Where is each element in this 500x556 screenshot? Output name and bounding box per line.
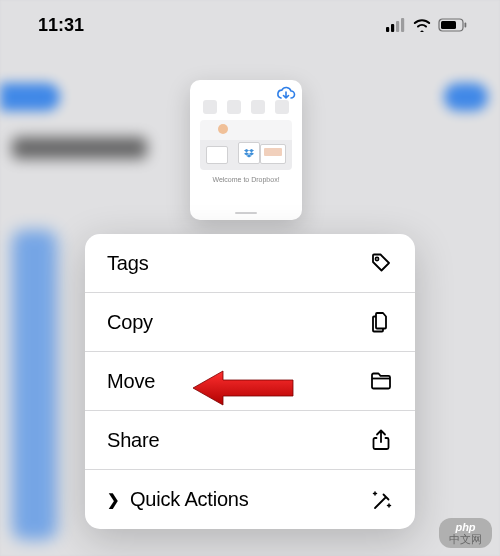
- copy-icon: [369, 310, 393, 334]
- svg-rect-0: [386, 27, 389, 32]
- chevron-right-icon: ❯: [107, 491, 120, 509]
- status-time: 11:31: [38, 15, 84, 36]
- menu-label: Move: [107, 370, 155, 393]
- preview-caption: Welcome to Dropbox!: [198, 176, 294, 183]
- menu-item-quick-actions[interactable]: ❯ Quick Actions: [85, 470, 415, 529]
- status-icons: [386, 18, 468, 32]
- cloud-download-icon: [276, 86, 296, 102]
- svg-point-7: [375, 257, 378, 260]
- file-preview-card[interactable]: Welcome to Dropbox!: [190, 80, 302, 220]
- preview-handle: [235, 212, 257, 215]
- svg-rect-5: [441, 21, 456, 29]
- share-icon: [369, 428, 393, 452]
- menu-label: Tags: [107, 252, 148, 275]
- status-bar: 11:31: [0, 0, 500, 50]
- menu-label: Share: [107, 429, 159, 452]
- wifi-icon: [412, 18, 432, 32]
- svg-rect-1: [391, 24, 394, 32]
- watermark-line1: php: [455, 521, 475, 533]
- menu-item-tags[interactable]: Tags: [85, 234, 415, 293]
- battery-icon: [438, 18, 468, 32]
- menu-label: Copy: [107, 311, 153, 334]
- menu-item-move[interactable]: Move: [85, 352, 415, 411]
- watermark-line2: 中文网: [449, 533, 482, 545]
- menu-item-share[interactable]: Share: [85, 411, 415, 470]
- watermark: php 中文网: [439, 518, 492, 548]
- folder-icon: [369, 369, 393, 393]
- dropbox-icon: [244, 149, 254, 158]
- svg-rect-2: [396, 21, 399, 32]
- context-menu: Tags Copy Move Share: [85, 234, 415, 529]
- svg-rect-6: [465, 23, 467, 28]
- menu-label: Quick Actions: [130, 488, 249, 511]
- menu-item-copy[interactable]: Copy: [85, 293, 415, 352]
- cellular-icon: [386, 18, 406, 32]
- preview-top-icons: [198, 100, 294, 114]
- tag-icon: [369, 251, 393, 275]
- preview-illustration: [200, 120, 292, 170]
- svg-rect-3: [401, 18, 404, 32]
- magic-icon: [369, 488, 393, 512]
